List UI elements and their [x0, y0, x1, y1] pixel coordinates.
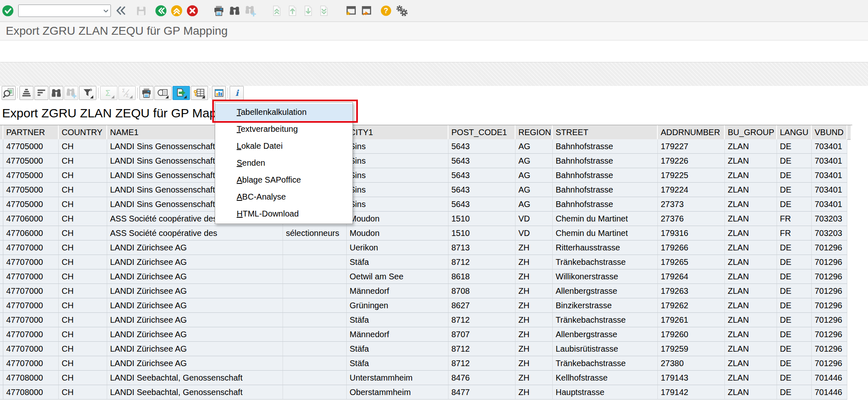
- graphics-button[interactable]: [212, 86, 226, 100]
- row-selector[interactable]: [0, 313, 3, 327]
- views-button[interactable]: [154, 86, 172, 100]
- create-shortcut-button[interactable]: [358, 3, 374, 19]
- cell-vbund: 703401: [812, 168, 847, 183]
- row-selector[interactable]: [0, 183, 3, 197]
- column-header-partner[interactable]: PARTNER: [3, 125, 59, 140]
- last-page-button[interactable]: [316, 3, 332, 19]
- row-selector[interactable]: [0, 154, 3, 168]
- grid-find-button[interactable]: [49, 86, 63, 100]
- cell-region: AG: [516, 154, 553, 168]
- cell-city1: Sins: [347, 139, 448, 154]
- new-session-button[interactable]: [343, 3, 358, 19]
- column-header-region[interactable]: REGION: [516, 125, 553, 140]
- row-selector[interactable]: [0, 269, 3, 284]
- print-button[interactable]: [211, 3, 227, 19]
- grid-print-button[interactable]: [139, 86, 153, 100]
- table-row[interactable]: 47707000CHLANDI Zürichsee AGStäfa8712ZHT…: [0, 255, 852, 269]
- table-row[interactable]: 47707000CHLANDI Zürichsee AGStäfa8712ZHL…: [0, 342, 852, 356]
- cell-city1: Oberstammheim: [347, 385, 448, 400]
- row-selector[interactable]: [0, 168, 3, 183]
- details-button[interactable]: [2, 86, 16, 100]
- menu-item-tabellenkalkulation[interactable]: Tabellenkalkulation: [215, 104, 352, 121]
- cell-street: Bahnhofstrasse: [553, 183, 658, 197]
- menu-item-ablage-sapoffice[interactable]: Ablage SAPoffice: [215, 171, 352, 188]
- row-selector[interactable]: [0, 342, 3, 356]
- help-button[interactable]: ?: [378, 3, 394, 19]
- cell-langu: FR: [777, 212, 812, 226]
- menu-item-senden[interactable]: Senden: [215, 155, 352, 171]
- cell-name1: LANDI Zürichsee AG: [107, 313, 283, 327]
- table-row[interactable]: 47707000CHLANDI Zürichsee AGMännedorf870…: [0, 284, 852, 298]
- table-row[interactable]: 47707000CHLANDI Zürichsee AGUerikon8713Z…: [0, 240, 852, 255]
- column-header-city1[interactable]: CITY1: [347, 125, 448, 140]
- page-down-button[interactable]: [300, 3, 316, 19]
- row-selector[interactable]: [0, 385, 3, 400]
- table-row[interactable]: 47705000CHLANDI Sins GenossenschaftSins5…: [0, 168, 852, 183]
- row-selector[interactable]: [0, 371, 3, 385]
- cell-city1: Unterstammheim: [347, 371, 448, 385]
- column-header-post_code1[interactable]: POST_CODE1: [448, 125, 516, 140]
- row-selector[interactable]: [0, 212, 3, 226]
- table-row[interactable]: 47705000CHLANDI Sins GenossenschaftSins5…: [0, 197, 852, 212]
- subtotal-button[interactable]: Σ Σ: [118, 86, 136, 100]
- menu-item-html-download[interactable]: HTML-Download: [215, 205, 352, 222]
- row-selector[interactable]: [0, 356, 3, 371]
- sort-descending-button[interactable]: [34, 86, 48, 100]
- column-header-bu_group[interactable]: BU_GROUP: [725, 125, 777, 140]
- layout-button[interactable]: [191, 86, 208, 100]
- save-button[interactable]: [133, 3, 149, 19]
- table-row[interactable]: 47707000CHLANDI Zürichsee AGMännedorf870…: [0, 327, 852, 342]
- first-page-button[interactable]: [269, 3, 285, 19]
- command-field[interactable]: [18, 5, 111, 17]
- row-selector[interactable]: [0, 226, 3, 240]
- table-row[interactable]: 47705000CHLANDI Sins GenossenschaftSins5…: [0, 139, 852, 154]
- cell-vbund: 703203: [812, 226, 847, 240]
- table-row[interactable]: 47706000CHASS Société coopérative desMou…: [0, 212, 852, 226]
- page-up-button[interactable]: [285, 3, 300, 19]
- cell-post_code1: 5643: [448, 139, 516, 154]
- grid-find-next-button[interactable]: [64, 86, 78, 100]
- table-row[interactable]: 47706000CHASS Société coopérative dessél…: [0, 226, 852, 240]
- column-header-langu[interactable]: LANGU: [777, 125, 812, 140]
- table-row[interactable]: 47705000CHLANDI Sins GenossenschaftSins5…: [0, 183, 852, 197]
- row-selector[interactable]: [0, 197, 3, 212]
- filter-button[interactable]: [79, 86, 96, 100]
- cell-partner: 47706000: [3, 226, 59, 240]
- column-header-addrnumber[interactable]: ADDRNUMBER: [658, 125, 725, 140]
- table-row[interactable]: 47707000CHLANDI Zürichsee AGStäfa8712ZHT…: [0, 313, 852, 327]
- cell-street: Laubisrütistrasse: [553, 342, 658, 356]
- column-header-country[interactable]: COUNTRY: [59, 125, 107, 140]
- menu-item-lokale-datei[interactable]: Lokale Datei: [215, 138, 352, 155]
- hide-command-button[interactable]: [113, 3, 129, 19]
- cancel-icon: [186, 4, 199, 17]
- menu-item-textverarbeitung[interactable]: Textverarbeitung: [215, 121, 352, 138]
- info-button[interactable]: i: [230, 86, 244, 100]
- find-button[interactable]: [227, 3, 242, 19]
- sum-button[interactable]: Σ: [100, 86, 117, 100]
- row-selector[interactable]: [0, 284, 3, 298]
- row-selector[interactable]: [0, 255, 3, 269]
- table-row[interactable]: 47705000CHLANDI Sins GenossenschaftSins5…: [0, 154, 852, 168]
- row-selector[interactable]: [0, 298, 3, 313]
- customize-button[interactable]: [394, 3, 410, 19]
- table-row[interactable]: 47707000CHLANDI Zürichsee AGGrüningen862…: [0, 298, 852, 313]
- table-row[interactable]: 47708000CHLANDI Seebachtal, Genossenscha…: [0, 371, 852, 385]
- enter-button[interactable]: [0, 3, 16, 19]
- table-row[interactable]: 47708000CHLANDI Seebachtal, Genossenscha…: [0, 385, 852, 400]
- sort-ascending-button[interactable]: [19, 86, 34, 100]
- exit-button[interactable]: [169, 3, 185, 19]
- table-row[interactable]: 47707000CHLANDI Zürichsee AGOetwil am Se…: [0, 269, 852, 284]
- back-button[interactable]: [153, 3, 169, 19]
- row-selector[interactable]: [0, 327, 3, 342]
- find-next-button[interactable]: [242, 3, 258, 19]
- column-header-vbund[interactable]: VBUND: [812, 125, 847, 140]
- table-row[interactable]: 47707000CHLANDI Zürichsee AGStäfa8712ZHT…: [0, 356, 852, 371]
- menu-item-abc-analyse[interactable]: ABC-Analyse: [215, 188, 352, 205]
- cancel-button[interactable]: [185, 3, 200, 19]
- cell-city1: Moudon: [347, 212, 448, 226]
- row-selector[interactable]: [0, 240, 3, 255]
- column-header-street[interactable]: STREET: [553, 125, 658, 140]
- row-selector-header[interactable]: [0, 125, 3, 140]
- export-menu-button[interactable]: [173, 86, 190, 100]
- row-selector[interactable]: [0, 139, 3, 154]
